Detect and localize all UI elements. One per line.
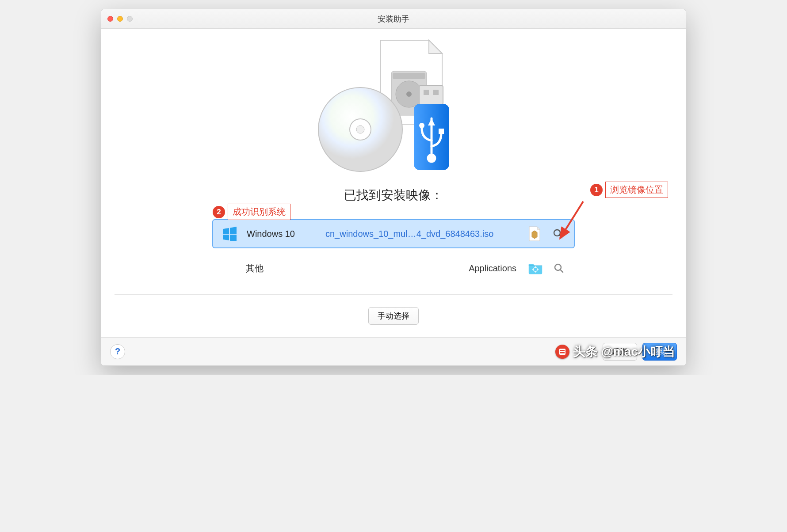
folder-icon	[528, 262, 543, 275]
svg-rect-9	[433, 90, 439, 95]
windows-icon	[221, 226, 239, 241]
svg-rect-7	[419, 85, 443, 105]
install-media-icon	[314, 37, 473, 174]
iso-file-icon	[527, 226, 542, 241]
svg-line-25	[560, 201, 583, 238]
installer-window: www.MacDown.com 安装助手	[101, 9, 686, 366]
svg-rect-15	[439, 129, 444, 134]
hero-illustration	[115, 37, 672, 174]
window-title: 安装助手	[101, 14, 686, 24]
svg-rect-26	[559, 349, 565, 355]
toutiao-logo-icon	[555, 345, 569, 359]
svg-point-14	[419, 123, 424, 128]
annotation-1: 1 浏览镜像位置	[590, 182, 668, 198]
svg-point-6	[356, 125, 364, 133]
divider	[115, 294, 672, 295]
manual-select-button[interactable]: 手动选择	[368, 307, 419, 325]
row-file-name: cn_windows_10_mul…4_dvd_6848463.iso	[325, 229, 519, 239]
titlebar: 安装助手	[101, 9, 686, 29]
svg-rect-27	[560, 350, 565, 351]
annotation-label-1: 浏览镜像位置	[605, 182, 668, 198]
browse-button-row2[interactable]	[551, 260, 567, 276]
watermark-handle: @mac小叮当	[601, 343, 675, 360]
image-list: Windows 10 cn_windows_10_mul…4_dvd_68484…	[212, 219, 575, 283]
annotation-arrow	[557, 199, 588, 241]
heading-row: 已找到安装映像：	[115, 187, 672, 211]
image-row-windows10[interactable]: Windows 10 cn_windows_10_mul…4_dvd_68484…	[212, 219, 575, 248]
annotation-badge-1: 1	[590, 184, 603, 196]
row-file-name: Applications	[325, 263, 520, 274]
svg-rect-28	[560, 352, 565, 353]
svg-point-2	[406, 91, 412, 97]
row-os-name: 其他	[246, 262, 317, 274]
help-button[interactable]: ?	[110, 344, 125, 359]
annotation-2: 2 成功识别系统	[213, 204, 290, 220]
search-icon	[554, 263, 564, 274]
annotation-label-2: 成功识别系统	[228, 204, 290, 220]
heading: 已找到安装映像：	[344, 187, 443, 204]
svg-rect-3	[393, 73, 425, 79]
watermark-bottom: 头条 @mac小叮当	[555, 343, 675, 360]
svg-rect-8	[424, 90, 429, 95]
svg-line-24	[560, 270, 563, 272]
image-row-other[interactable]: 其他 Applications	[212, 254, 575, 283]
svg-point-13	[428, 155, 435, 162]
watermark-prefix: 头条	[573, 343, 598, 360]
row-os-name: Windows 10	[247, 229, 317, 239]
annotation-badge-2: 2	[213, 206, 225, 218]
